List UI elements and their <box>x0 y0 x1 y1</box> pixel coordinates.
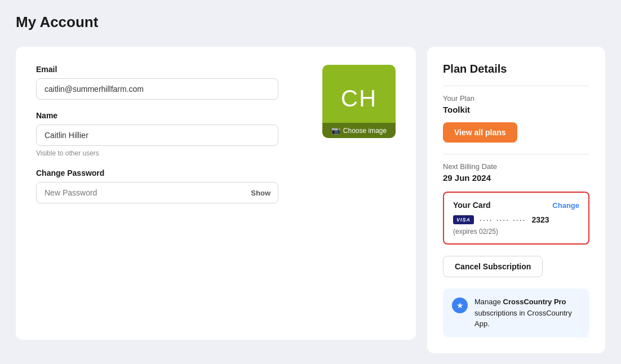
manage-text: Manage CrossCountry Pro subscriptions in… <box>474 296 580 330</box>
email-input[interactable] <box>36 78 278 100</box>
choose-image-label: Choose image <box>343 127 387 135</box>
show-password-button[interactable]: Show <box>251 189 270 197</box>
manage-brand: CrossCountry Pro <box>503 298 566 306</box>
form-section: Email Name Visible to other users Change… <box>36 65 309 215</box>
change-password-group: Change Password Show <box>36 168 309 203</box>
your-plan-value: Toolkit <box>443 105 589 114</box>
card-info-row: VISA ···· ···· ···· 2323 <box>453 215 579 224</box>
star-icon: ★ <box>452 298 468 313</box>
manage-suffix: subscriptions in CrossCountry App. <box>474 309 572 329</box>
camera-icon: 📷 <box>331 126 340 135</box>
avatar-section: CH 📷 Choose image <box>322 65 396 215</box>
billing-divider <box>443 154 589 154</box>
new-password-input[interactable] <box>36 182 278 203</box>
account-card: Email Name Visible to other users Change… <box>16 47 416 340</box>
manage-prefix: Manage <box>474 298 503 306</box>
plan-details-title: Plan Details <box>443 63 589 76</box>
visa-icon: VISA <box>453 215 474 224</box>
name-label: Name <box>36 111 309 120</box>
cancel-subscription-button[interactable]: Cancel Subscription <box>443 256 543 277</box>
choose-image-button[interactable]: 📷 Choose image <box>322 123 396 138</box>
avatar-box: CH 📷 Choose image <box>322 65 396 138</box>
page-title: My Account <box>16 14 605 31</box>
card-last4: 2323 <box>531 215 549 224</box>
your-plan-label: Your Plan <box>443 94 589 103</box>
password-wrapper: Show <box>36 182 278 203</box>
card-expiry: (expires 02/25) <box>453 228 579 236</box>
avatar-initials: CH <box>341 85 378 112</box>
plan-card: Plan Details Your Plan Toolkit View all … <box>427 47 605 353</box>
view-all-plans-button[interactable]: View all plans <box>443 122 517 143</box>
plan-divider <box>443 86 589 86</box>
visible-note: Visible to other users <box>36 149 309 157</box>
your-card-header: Your Card Change <box>453 201 579 210</box>
name-field-group: Name Visible to other users <box>36 111 309 157</box>
cards-row: Email Name Visible to other users Change… <box>16 47 605 353</box>
next-billing-label: Next Billing Date <box>443 162 589 171</box>
next-billing-date: 29 Jun 2024 <box>443 173 589 183</box>
your-card-label: Your Card <box>453 201 491 210</box>
your-card-box: Your Card Change VISA ···· ···· ···· 232… <box>443 192 589 245</box>
change-card-button[interactable]: Change <box>552 201 579 210</box>
email-label: Email <box>36 65 309 74</box>
manage-crosscountry-box: ★ Manage CrossCountry Pro subscriptions … <box>443 288 589 338</box>
change-password-label: Change Password <box>36 168 309 177</box>
name-input[interactable] <box>36 125 278 146</box>
email-field-group: Email <box>36 65 309 100</box>
card-dots: ···· ···· ···· <box>480 215 526 224</box>
